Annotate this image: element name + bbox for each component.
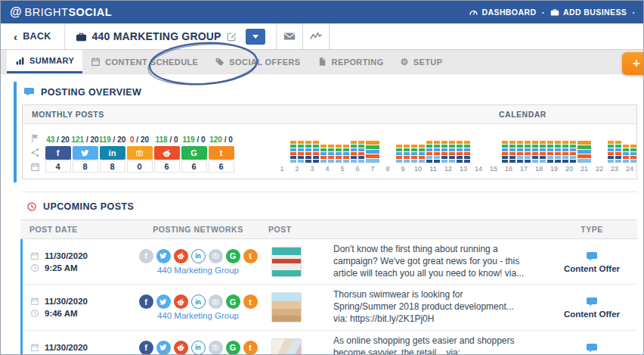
post-square-row xyxy=(305,145,319,148)
instagram-icon[interactable] xyxy=(209,249,223,263)
calendar-day-24[interactable]: 24 xyxy=(623,144,636,173)
group-link[interactable]: 440 Marketing Group xyxy=(157,311,239,320)
calendar-day-5[interactable]: 5 xyxy=(336,144,349,173)
reddit-icon[interactable] xyxy=(174,341,188,355)
tab-social-offers[interactable]: SOCIAL OFFERS xyxy=(206,50,308,73)
tab-label: CONTENT SCHEDULE xyxy=(105,58,198,67)
instagram-icon[interactable] xyxy=(209,341,223,355)
post-square xyxy=(336,160,342,163)
calendar-day-11[interactable]: 11 xyxy=(426,140,440,173)
calendar-day-12[interactable]: 12 xyxy=(441,140,455,173)
nav-add-business[interactable]: ADD BUSINESS xyxy=(550,8,627,17)
facebook-icon[interactable]: f xyxy=(139,249,153,263)
linkedin-icon[interactable]: in xyxy=(191,341,206,355)
post-square xyxy=(540,160,546,163)
tab-reporting[interactable]: REPORTING xyxy=(309,50,392,73)
tab-content-schedule[interactable]: CONTENT SCHEDULE xyxy=(82,50,206,73)
tumblr-icon[interactable]: t xyxy=(243,294,258,309)
reddit-icon[interactable] xyxy=(174,249,188,263)
calendar-day-22[interactable]: 22 xyxy=(593,163,606,173)
add-post-button[interactable]: + xyxy=(622,52,644,75)
post-square-row xyxy=(532,152,546,155)
post-square-row xyxy=(457,148,470,151)
clock-icon xyxy=(30,309,39,318)
day-number: 11 xyxy=(429,165,436,173)
facebook-icon[interactable]: f xyxy=(139,341,153,355)
calendar-day-8[interactable]: 8 xyxy=(381,163,395,173)
calendar-day-4[interactable]: 4 xyxy=(320,144,334,173)
calendar-day-6[interactable]: 6 xyxy=(351,140,364,173)
upcoming-posts-title: UPCOMING POSTS xyxy=(43,201,134,212)
calendar-day-3[interactable]: 3 xyxy=(305,140,319,173)
calendar-day-16[interactable]: 16 xyxy=(502,140,516,173)
post-square xyxy=(328,156,334,159)
calendar-day-19[interactable]: 19 xyxy=(547,140,561,173)
post-type-cell: Content Offer xyxy=(546,251,637,273)
google-icon[interactable]: G xyxy=(226,341,240,355)
nav-dashboard[interactable]: DASHBOARD xyxy=(469,8,537,17)
post-type-cell: Content Offer xyxy=(546,296,637,319)
tumblr-icon[interactable]: t xyxy=(243,249,258,263)
calendar-day-15[interactable]: 15 xyxy=(487,163,500,173)
post-square xyxy=(343,148,349,151)
post-square xyxy=(532,141,538,144)
tumblr-icon[interactable]: t xyxy=(243,341,258,355)
day-post-stack xyxy=(290,140,304,163)
post-square xyxy=(449,156,455,159)
calendar-day-10[interactable]: 10 xyxy=(411,144,425,173)
twitter-icon[interactable] xyxy=(156,294,171,309)
calendar-day-18[interactable]: 18 xyxy=(532,140,546,173)
post-square xyxy=(502,148,508,151)
post-square xyxy=(351,141,357,144)
twitter-icon[interactable] xyxy=(156,249,171,263)
activity-button[interactable] xyxy=(303,23,329,49)
group-link[interactable]: 440 Marketing Group xyxy=(157,266,239,275)
calendar-day-9[interactable]: 9 xyxy=(396,144,410,173)
back-button[interactable]: ‹ BACK xyxy=(1,23,64,49)
messages-button[interactable] xyxy=(277,23,302,49)
post-square xyxy=(570,141,576,144)
monthly-posts-label: MONTHLY POSTS xyxy=(32,110,104,119)
post-square xyxy=(336,152,342,155)
calendar-day-14[interactable]: 14 xyxy=(472,163,485,173)
calendar-day-21[interactable]: 21 xyxy=(577,140,591,173)
tab-setup[interactable]: ⚙SETUP xyxy=(392,50,451,73)
post-square-row xyxy=(441,148,455,151)
post-square xyxy=(570,156,576,159)
linkedin-icon[interactable]: in xyxy=(191,249,206,263)
facebook-icon[interactable]: f xyxy=(139,294,153,309)
calendar-day-2[interactable]: 2 xyxy=(290,140,304,173)
reddit-icon[interactable] xyxy=(174,294,188,309)
day-number: 6 xyxy=(355,165,359,173)
calendar-day-1[interactable]: 1 xyxy=(275,163,289,173)
post-square xyxy=(608,145,614,148)
instagram-icon[interactable] xyxy=(209,294,223,309)
calendar-day-23[interactable]: 23 xyxy=(608,140,621,173)
calendar-day-20[interactable]: 20 xyxy=(562,140,576,173)
calendar-day-13[interactable]: 13 xyxy=(457,140,470,173)
calendar-day-17[interactable]: 17 xyxy=(517,140,531,173)
linkedin-icon[interactable]: in xyxy=(191,294,206,309)
post-square xyxy=(404,156,410,159)
post-square xyxy=(411,160,417,163)
post-square-row xyxy=(562,145,576,148)
network-column-google: 119 / 0G6 xyxy=(181,134,207,173)
network-stats-columns: 43 / 20f4121 / 208119 / 20in80 / 200118 … xyxy=(45,134,235,173)
post-square xyxy=(509,160,516,163)
post-square xyxy=(464,152,470,155)
google-icon[interactable]: G xyxy=(226,249,240,263)
twitter-icon[interactable] xyxy=(156,341,171,355)
post-square-row xyxy=(305,160,319,163)
post-square xyxy=(464,160,470,163)
post-square xyxy=(562,145,568,148)
post-square xyxy=(305,148,311,151)
google-icon[interactable]: G xyxy=(226,294,240,309)
monthly-post-count: 119 / 20 xyxy=(99,134,126,145)
business-dropdown-button[interactable] xyxy=(246,29,265,45)
calendar-day-7[interactable]: 7 xyxy=(366,140,379,173)
calendar-label: CALENDAR xyxy=(499,110,546,119)
tab-summary[interactable]: SUMMARY xyxy=(7,50,82,73)
day-number: 22 xyxy=(596,165,603,173)
brand-logo[interactable]: @ BRIGHTSOCIAL xyxy=(10,5,112,19)
edit-icon[interactable] xyxy=(227,31,237,42)
